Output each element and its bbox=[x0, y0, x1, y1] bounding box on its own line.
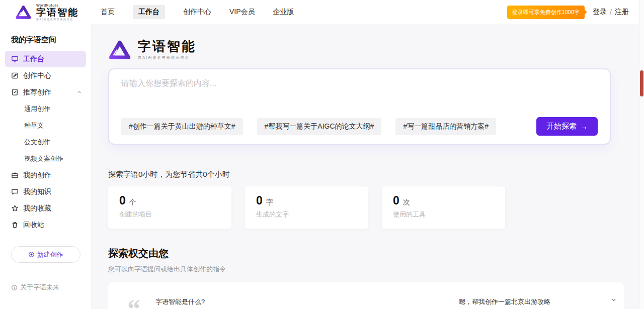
about-link[interactable]: 关于字语未来 bbox=[11, 283, 59, 292]
sidebar-item-creation-center[interactable]: 创作中心 bbox=[5, 67, 86, 84]
sidebar-item-my-works[interactable]: 我的创作 bbox=[5, 167, 86, 183]
stat-unit: 个 bbox=[129, 198, 136, 207]
star-icon bbox=[11, 204, 19, 212]
example-prompt-card: “ 字语智能是什么? 嗯，帮我创作一篇北京出游攻略 bbox=[108, 282, 624, 309]
stats-row: 0 个 创建的项目 0 字 生成的文字 0 次 使用的工具 bbox=[108, 186, 611, 229]
brand-name: 字语智能 bbox=[36, 8, 78, 17]
sidebar-item-workspace[interactable]: 工作台 bbox=[5, 51, 86, 67]
nav-item-creation-center[interactable]: 创作中心 bbox=[183, 8, 211, 17]
suggestion-chip-huangshan[interactable]: #创作一篇关于黄山出游的种草文# bbox=[121, 118, 243, 135]
sidebar-subitem-seeding-article[interactable]: 种草文 bbox=[0, 117, 91, 134]
stat-card-projects: 0 个 创建的项目 bbox=[108, 186, 231, 229]
sidebar-item-label: 我的知识 bbox=[23, 187, 51, 196]
search-suggestions-row: #创作一篇关于黄山出游的种草文# #帮我写一篇关于AIGC的论文大纲# #写一篇… bbox=[121, 117, 598, 136]
stat-value: 0 bbox=[119, 194, 126, 208]
sidebar-item-label: 我的创作 bbox=[23, 171, 51, 180]
new-creation-button[interactable]: 新建创作 bbox=[11, 246, 80, 263]
section-title: 探索权交由您 bbox=[108, 247, 644, 260]
stat-label: 创建的项目 bbox=[119, 210, 220, 219]
stat-card-tools: 0 次 使用的工具 bbox=[382, 186, 505, 229]
hero-title: 字语智能 bbox=[138, 39, 196, 54]
stat-value-row: 0 个 bbox=[119, 194, 220, 208]
hero-tagline: 用AI创造更有价值的信息 bbox=[138, 55, 196, 60]
brand-logo[interactable]: WordFuture 字语智能 用AI创造更有价值的信息 bbox=[15, 4, 78, 21]
suggestion-chip-dessert[interactable]: #写一篇甜品店的营销方案# bbox=[395, 118, 496, 135]
explore-section-header: 探索权交由您 您可以向字语提问或给出具体创作的指令 bbox=[108, 247, 644, 274]
section-subtitle: 您可以向字语提问或给出具体创作的指令 bbox=[108, 265, 644, 274]
search-input[interactable] bbox=[121, 78, 598, 117]
nav-right: 登录即可享免费创作1000字 登录 / 注册 bbox=[507, 6, 629, 19]
stat-label: 使用的工具 bbox=[393, 210, 494, 219]
auth-separator: / bbox=[610, 8, 612, 16]
stat-label: 生成的文字 bbox=[256, 210, 357, 219]
nav-item-vip[interactable]: VIP会员 bbox=[229, 8, 255, 17]
stats-summary-line: 探索字语0小时，为您节省共0个小时 bbox=[108, 170, 644, 179]
login-link[interactable]: 登录 bbox=[593, 8, 607, 17]
stat-value-row: 0 次 bbox=[393, 194, 494, 208]
sidebar-subitem-general[interactable]: 通用创作 bbox=[0, 100, 91, 117]
sidebar-item-label: 我的收藏 bbox=[23, 204, 51, 213]
scrollbar-thumb[interactable] bbox=[640, 70, 643, 96]
nav-item-workspace[interactable]: 工作台 bbox=[133, 5, 165, 19]
briefcase-icon bbox=[11, 171, 19, 179]
sidebar-item-label: 工作台 bbox=[23, 55, 44, 64]
sidebar-subitem-official-doc[interactable]: 公文创作 bbox=[0, 134, 91, 150]
sidebar-title: 我的字语空间 bbox=[11, 35, 91, 45]
arrow-right-icon: → bbox=[580, 122, 588, 131]
trash-icon bbox=[11, 221, 19, 229]
stat-value: 0 bbox=[256, 194, 263, 208]
sidebar-item-label: 创作中心 bbox=[23, 71, 51, 80]
info-circle-icon bbox=[11, 284, 18, 291]
sidebar-item-my-knowledge[interactable]: 我的知识 bbox=[5, 183, 86, 200]
main-content: 字语智能 用AI创造更有价值的信息 #创作一篇关于黄山出游的种草文# #帮我写一… bbox=[92, 24, 644, 309]
main-nav: 首页 工作台 创作中心 VIP会员 企业版 bbox=[101, 5, 294, 19]
sidebar-item-label: 回收站 bbox=[23, 221, 44, 230]
login-promo-badge[interactable]: 登录即可享免费创作1000字 bbox=[507, 6, 585, 19]
start-explore-label: 开始探索 bbox=[546, 122, 577, 131]
sidebar: 我的字语空间 工作台 创作中心 推荐创作 通用创作 种草文 公文创作 视频文案创… bbox=[0, 24, 92, 309]
sidebar-item-recommended[interactable]: 推荐创作 bbox=[5, 84, 86, 100]
edit-screen-icon bbox=[11, 72, 19, 79]
search-card: #创作一篇关于黄山出游的种草文# #帮我写一篇关于AIGC的论文大纲# #写一篇… bbox=[108, 68, 611, 145]
start-explore-button[interactable]: 开始探索 → bbox=[536, 117, 598, 136]
example-question[interactable]: 字语智能是什么? bbox=[155, 297, 205, 306]
scrollbar-track[interactable] bbox=[639, 0, 644, 309]
brand-superscript: WordFuture bbox=[36, 4, 78, 7]
about-label: 关于字语未来 bbox=[20, 283, 59, 292]
sidebar-item-favorites[interactable]: 我的收藏 bbox=[5, 200, 86, 217]
logo-icon bbox=[15, 5, 32, 20]
new-creation-label: 新建创作 bbox=[37, 250, 63, 259]
brand-slogan: 用AI创造更有价值的信息 bbox=[36, 18, 78, 21]
hero-brand: 字语智能 用AI创造更有价值的信息 bbox=[108, 39, 644, 60]
sidebar-item-trash[interactable]: 回收站 bbox=[5, 217, 86, 233]
logo-icon-large bbox=[108, 39, 131, 60]
sidebar-subitem-video-copy[interactable]: 视频文案创作 bbox=[0, 150, 91, 167]
chat-bubble-icon bbox=[11, 188, 19, 195]
suggestion-chip-aigc[interactable]: #帮我写一篇关于AIGC的论文大纲# bbox=[257, 118, 382, 135]
brand-text: WordFuture 字语智能 用AI创造更有价值的信息 bbox=[36, 4, 78, 21]
stat-value-row: 0 字 bbox=[256, 194, 357, 208]
auth-links: 登录 / 注册 bbox=[593, 8, 629, 17]
nav-item-home[interactable]: 首页 bbox=[101, 8, 115, 17]
chevron-up-icon[interactable] bbox=[76, 89, 82, 95]
stat-unit: 次 bbox=[403, 198, 410, 207]
document-check-icon bbox=[11, 88, 19, 96]
hero-text: 字语智能 用AI创造更有价值的信息 bbox=[138, 39, 196, 60]
sidebar-item-label: 推荐创作 bbox=[23, 88, 51, 97]
stat-unit: 字 bbox=[266, 198, 273, 207]
nav-item-enterprise[interactable]: 企业版 bbox=[273, 8, 294, 17]
register-link[interactable]: 注册 bbox=[615, 8, 629, 17]
chevron-down-icon[interactable] bbox=[611, 297, 617, 303]
stat-card-words: 0 字 生成的文字 bbox=[245, 186, 368, 229]
top-navbar: WordFuture 字语智能 用AI创造更有价值的信息 首页 工作台 创作中心… bbox=[0, 0, 644, 24]
monitor-icon bbox=[11, 55, 19, 63]
plus-circle-icon bbox=[28, 251, 35, 258]
example-answer[interactable]: 嗯，帮我创作一篇北京出游攻略 bbox=[459, 297, 550, 306]
stat-value: 0 bbox=[393, 194, 399, 208]
